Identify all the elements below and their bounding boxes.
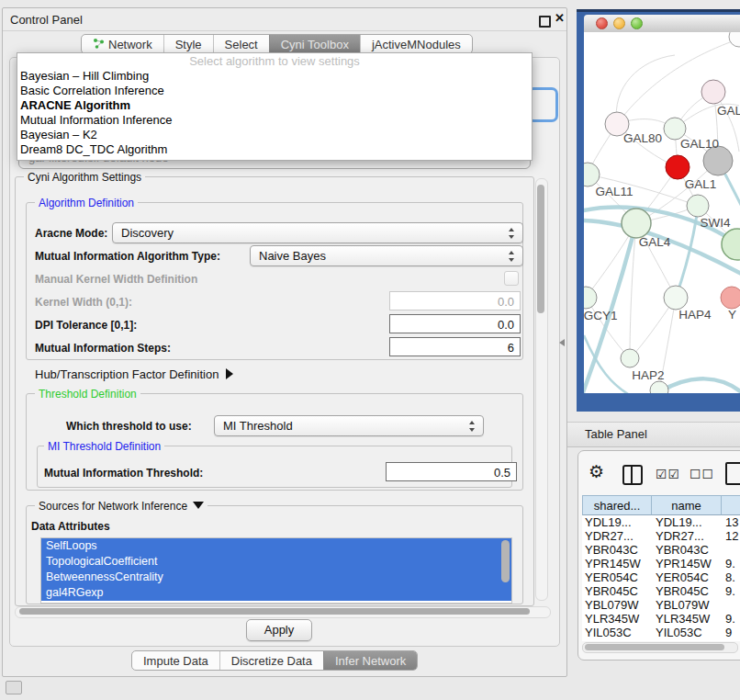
scrollbar-thumb[interactable]: [19, 608, 530, 615]
mi-steps-field[interactable]: 6: [389, 337, 521, 356]
network-node-gcy1[interactable]: [584, 287, 597, 309]
scrollbar-thumb[interactable]: [585, 644, 724, 650]
mi-threshold-group-title: MI Threshold Definition: [44, 440, 164, 453]
zoom-traffic-light[interactable]: [631, 17, 643, 29]
attribute-item-topologicalcoefficient[interactable]: TopologicalCoefficient: [41, 554, 511, 570]
select-all-checkboxes-icon[interactable]: ☑☑: [656, 467, 680, 481]
network-canvas[interactable]: GALGAL80GAL10GAL11GAL1SWI4GAL4GCY1HAP4YH…: [584, 32, 740, 393]
tab-label: Impute Data: [143, 654, 208, 668]
dpi-tolerance-field[interactable]: 0.0: [389, 314, 521, 333]
table-cell: 9: [725, 626, 740, 639]
table-row[interactable]: YBR043CYBR043C: [582, 543, 740, 557]
table-row[interactable]: YLR345WYLR345W9.: [582, 612, 740, 626]
table-cell: 9.: [725, 557, 740, 570]
cyni-bottom-tabs: Impute DataDiscretize DataInfer Network: [131, 650, 418, 671]
network-node[interactable]: [729, 32, 740, 47]
kernel-width-field[interactable]: 0.0: [389, 291, 521, 310]
tab-network[interactable]: Network: [82, 35, 163, 53]
network-view-window: GALGAL80GAL10GAL11GAL1SWI4GAL4GCY1HAP4YH…: [577, 9, 740, 412]
network-window-titlebar[interactable]: [584, 15, 740, 33]
data-attributes-items: SelfLoopsTopologicalCoefficientBetweenne…: [41, 538, 511, 601]
table-row[interactable]: YBR045CYBR045C9.: [582, 584, 740, 598]
network-node-label: GCY1: [584, 309, 617, 322]
close-icon[interactable]: ✕: [555, 11, 565, 25]
network-node-gal1[interactable]: [687, 195, 709, 217]
attribute-item-betweennesscentrality[interactable]: BetweennessCentrality: [41, 570, 511, 585]
tab-discretize-data[interactable]: Discretize Data: [219, 651, 323, 670]
panel-splitter-handle[interactable]: [559, 339, 565, 346]
dropdown-items: Bayesian – Hill ClimbingBasic Correlatio…: [17, 69, 532, 157]
gear-icon[interactable]: ⚙: [589, 463, 604, 480]
table-row[interactable]: YBL079WYBL079W: [582, 598, 740, 612]
table-row[interactable]: YDR27...YDR27...12: [582, 529, 740, 543]
dropdown-placeholder: Select algorithm to view settings: [17, 53, 532, 69]
tab-impute-data[interactable]: Impute Data: [132, 651, 219, 670]
column-header-partial[interactable]: [722, 495, 740, 515]
tab-label: jActiveMNodules: [372, 38, 461, 51]
network-node-labels: GALGAL80GAL10GAL11GAL1SWI4GAL4GCY1HAP4YH…: [584, 104, 740, 382]
tab-infer-network[interactable]: Infer Network: [323, 651, 417, 670]
apply-button[interactable]: Apply: [246, 619, 312, 641]
table-cell: YLR345W: [585, 612, 652, 626]
algorithm-option-bayesian-k2[interactable]: Bayesian – K2: [17, 128, 532, 142]
columns-icon[interactable]: [622, 465, 643, 485]
column-header-shared[interactable]: shared...: [582, 495, 652, 515]
tab-cyni-toolbox[interactable]: Cyni Toolbox: [269, 35, 360, 53]
mi-threshold-field[interactable]: 0.5: [386, 462, 517, 481]
algorithm-option-aracne-algorithm[interactable]: ARACNE Algorithm: [17, 98, 532, 113]
float-icon[interactable]: [539, 16, 551, 28]
network-node-hap4[interactable]: [664, 286, 688, 310]
attributes-scrollbar[interactable]: [501, 540, 510, 582]
algorithm-option-dream8-dc-tdc-algorithm[interactable]: Dream8 DC_TDC Algorithm: [17, 142, 532, 157]
table-cell: YBR045C: [656, 584, 723, 598]
hub-definition-toggle[interactable]: Hub/Transcription Factor Definition: [35, 367, 233, 381]
attribute-item-selfloops[interactable]: SelfLoops: [41, 538, 511, 554]
network-node-hap2[interactable]: [621, 349, 639, 367]
manual-kernel-checkbox[interactable]: [504, 271, 519, 286]
network-node-gal4[interactable]: [622, 209, 651, 238]
titlebar-divider: [3, 30, 566, 31]
table-horizontal-scrollbar[interactable]: [582, 642, 738, 653]
network-node-label: HAP4: [678, 308, 712, 322]
algorithm-option-bayesian-hill-climbing[interactable]: Bayesian – Hill Climbing: [17, 69, 532, 84]
table-row[interactable]: YPR145WYPR145W9.: [582, 557, 740, 570]
network-node-gal11[interactable]: [584, 163, 600, 186]
table-cell: 9.: [725, 584, 740, 598]
mi-type-combo[interactable]: Naive Bayes: [250, 245, 523, 266]
tab-jactivemnodules[interactable]: jActiveMNodules: [360, 35, 472, 53]
attribute-item-gal4rgexp[interactable]: gal4RGexp: [41, 585, 511, 601]
kernel-width-label: Kernel Width (0,1):: [35, 296, 132, 309]
which-threshold-combo[interactable]: MI Threshold: [214, 415, 484, 436]
aracne-mode-combo[interactable]: Discovery: [112, 222, 523, 243]
table-header: shared...name: [582, 495, 740, 515]
network-node-gal[interactable]: [701, 80, 725, 104]
table-row[interactable]: YER054CYER054C8.: [582, 570, 740, 584]
network-node[interactable]: [650, 381, 668, 393]
tab-select[interactable]: Select: [213, 35, 269, 53]
network-node-label: GAL10: [680, 137, 719, 151]
table-row[interactable]: YIL053CYIL053C9: [582, 626, 740, 639]
export-table-icon[interactable]: [725, 462, 740, 485]
settings-horizontal-scrollbar[interactable]: [15, 606, 551, 618]
deselect-all-checkboxes-icon[interactable]: ☐☐: [690, 467, 714, 481]
algorithm-option-mutual-information-inference[interactable]: Mutual Information Inference: [17, 113, 532, 128]
table-cell: YIL053C: [656, 626, 723, 639]
tab-label: Discretize Data: [231, 654, 312, 668]
table-row[interactable]: YDL19...YDL19...13: [582, 515, 740, 529]
table-cell: YBR043C: [656, 543, 723, 557]
table-cell: YBR043C: [585, 543, 652, 557]
tab-style[interactable]: Style: [163, 35, 213, 53]
minimize-traffic-light[interactable]: [613, 17, 625, 29]
settings-vertical-scrollbar[interactable]: [535, 178, 548, 601]
column-header-name[interactable]: name: [652, 495, 722, 515]
scrollbar-thumb[interactable]: [537, 185, 544, 313]
table-cell: YER054C: [656, 570, 723, 584]
close-traffic-light[interactable]: [596, 17, 608, 29]
network-node-label: GAL1: [685, 177, 717, 191]
algorithm-option-basic-correlation-inference[interactable]: Basic Correlation Inference: [17, 84, 532, 98]
collapsed-panel-icon[interactable]: [6, 681, 22, 694]
network-node-y[interactable]: [721, 287, 740, 309]
network-node[interactable]: [666, 155, 690, 179]
sources-group-toggle[interactable]: Sources for Network Inference: [35, 500, 207, 513]
cyni-settings-title: Cyni Algorithm Settings: [24, 171, 145, 184]
